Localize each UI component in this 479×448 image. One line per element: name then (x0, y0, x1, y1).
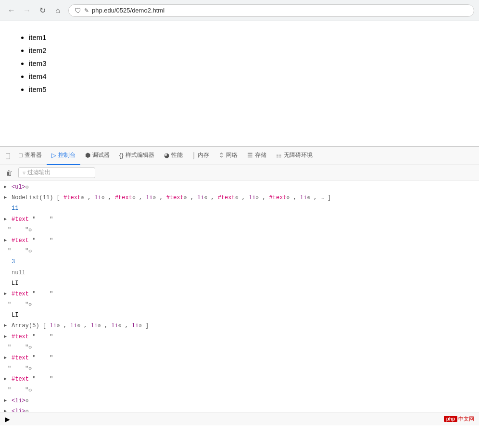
console-line: <ul> (0, 182, 479, 193)
tab-network[interactable]: ⇕ 网络 (214, 147, 242, 165)
console-value: #text (12, 333, 29, 342)
shield-icon: 🛡 (75, 7, 81, 14)
expand-arrow[interactable] (4, 354, 7, 362)
console-value: 11 (12, 204, 18, 213)
console-value: 3 (12, 257, 15, 267)
tab-style-editor[interactable]: {} 样式编辑器 (114, 147, 159, 165)
expand-arrow[interactable] (4, 408, 7, 412)
debugger-icon: ⬢ (85, 152, 90, 159)
console-value: " " (8, 364, 28, 373)
home-button[interactable]: ⌂ (51, 4, 64, 17)
prop-icon[interactable] (28, 247, 32, 256)
console-value: LI (12, 311, 18, 320)
bottom-left-icon: ▶ (5, 415, 10, 423)
url-text: php.edu/0525/demo2.html (92, 7, 468, 14)
devtools-toggle-button[interactable]: ⎕ (2, 147, 14, 165)
edit-icon: ✎ (84, 7, 89, 14)
clear-console-button[interactable]: 🗑 (4, 168, 14, 178)
a11y-icon: ⚏ (276, 152, 282, 159)
console-line: " " (0, 246, 479, 257)
devtools-bottom-bar: ▶ php 中文网 (0, 412, 479, 425)
prop-icon[interactable] (25, 183, 29, 192)
console-value: #text (12, 236, 29, 245)
tab-debugger[interactable]: ⬢ 调试器 (80, 147, 114, 165)
console-line: Array(5) [ li , li , li , li , li ] (0, 321, 479, 332)
list-item: item5 (29, 83, 465, 96)
console-output: <ul> NodeList(11) [ #text , li , #text ,… (0, 180, 479, 412)
page-content: item1 item2 item3 item4 item5 (0, 21, 479, 146)
console-line: #text " " (0, 332, 479, 343)
reload-button[interactable]: ↻ (36, 4, 49, 17)
console-line: " " (0, 343, 479, 353)
php-site-text: 中文网 (458, 415, 474, 422)
console-value: " " (8, 247, 28, 256)
console-value: #text (12, 215, 29, 224)
expand-arrow[interactable] (4, 397, 7, 405)
console-line: " " (0, 225, 479, 236)
list-item: item4 (29, 70, 465, 83)
console-line: " " (0, 385, 479, 396)
prop-icon[interactable] (25, 397, 29, 406)
console-value: " " (8, 386, 28, 395)
style-icon: {} (119, 152, 124, 159)
filter-input-wrapper: ▿ 过滤输出 (18, 167, 95, 178)
filter-icon: ▿ (23, 169, 25, 176)
prop-icon[interactable] (25, 407, 29, 412)
tab-console[interactable]: ▷ 控制台 (47, 147, 80, 165)
expand-arrow[interactable] (4, 375, 7, 383)
console-value: LI (12, 279, 18, 288)
expand-arrow[interactable] (4, 333, 7, 341)
back-button[interactable]: ← (5, 4, 18, 17)
console-line: #text " " (0, 353, 479, 364)
expand-arrow[interactable] (4, 194, 7, 202)
expand-arrow[interactable] (4, 237, 7, 244)
expand-arrow[interactable] (4, 322, 7, 330)
console-value: " " (8, 343, 28, 352)
console-value: #text (12, 375, 29, 384)
address-bar[interactable]: 🛡 ✎ php.edu/0525/demo2.html (68, 4, 474, 17)
nav-buttons: ← → ↻ ⌂ (5, 4, 64, 17)
items-list: item1 item2 item3 item4 item5 (14, 31, 465, 96)
network-icon: ⇕ (219, 152, 224, 159)
tab-performance[interactable]: ◕ 性能 (159, 147, 188, 165)
list-item: item2 (29, 44, 465, 57)
console-value: null (12, 269, 25, 278)
console-line: " " (0, 300, 479, 310)
console-line: #text " " (0, 289, 479, 300)
console-icon: ▷ (51, 152, 56, 159)
console-value: #text (12, 290, 29, 299)
console-value: <li> (12, 407, 25, 412)
prop-icon[interactable] (28, 300, 32, 309)
inspector-icon: □ (19, 152, 23, 159)
console-value: " " (8, 300, 28, 309)
console-value: #text (12, 354, 29, 363)
expand-arrow[interactable] (4, 183, 7, 191)
console-line: LI (0, 279, 479, 289)
prop-icon[interactable] (28, 226, 32, 235)
console-line: #text " " (0, 236, 479, 246)
memory-icon: ⌡ (192, 152, 196, 159)
console-line: NodeList(11) [ #text , li , #text , li ,… (0, 193, 479, 204)
prop-icon[interactable] (28, 386, 32, 395)
console-line: #text " " (0, 374, 479, 385)
forward-button[interactable]: → (20, 4, 34, 17)
tab-a11y[interactable]: ⚏ 无障碍环境 (271, 147, 317, 165)
console-value: <li> (12, 397, 25, 406)
tab-memory[interactable]: ⌡ 内存 (188, 147, 214, 165)
console-line: null (0, 268, 479, 279)
console-line: <li> (0, 396, 479, 407)
storage-icon: ☰ (247, 152, 253, 159)
prop-icon[interactable] (28, 343, 32, 352)
filter-placeholder: 过滤输出 (27, 168, 50, 177)
expand-arrow[interactable] (4, 216, 7, 223)
prop-icon[interactable] (28, 364, 32, 373)
console-line: 11 (0, 204, 479, 214)
tab-inspector[interactable]: □ 查看器 (14, 147, 47, 165)
console-toolbar: 🗑 ▿ 过滤输出 (0, 165, 479, 180)
php-branding: php 中文网 (444, 415, 474, 422)
devtools-panel: ⎕ □ 查看器 ▷ 控制台 ⬢ 调试器 {} 样式编辑器 ◕ 性能 ⌡ 内存 ⇕… (0, 146, 479, 425)
tab-storage[interactable]: ☰ 存储 (242, 147, 271, 165)
expand-arrow[interactable] (4, 290, 7, 298)
console-line: #text " " (0, 215, 479, 225)
perf-icon: ◕ (164, 152, 169, 159)
